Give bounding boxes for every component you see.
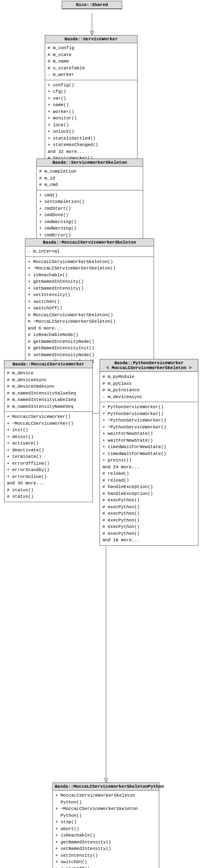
basda-mocca-lc-service-worker-title: Basda::MoccaLCServiceWorker [4,361,92,368]
basda-mocca-lc-service-worker-methods: + MoccaLCServiceWorker() + ~MoccaLCServi… [4,412,92,502]
basda-mocca-lc-service-worker-skeleton-python-box: Basda::MoccaLCServiceWorkerSkeletonPytho… [52,782,159,868]
svg-marker-1 [90,31,94,35]
basda-python-service-worker-box: Basda::PythonServiceWorker< MoccaLCServi… [100,359,198,546]
basda-mocca-lc-service-worker-skeleton-title: Basda::MoccaLCServiceWorkerSkeleton [25,239,154,246]
basda-python-service-worker-title: Basda::PythonServiceWorker< MoccaLCServi… [100,359,198,372]
nice-shared-box: Nice::Shared [62,1,122,9]
basda-service-worker-skeleton-attrs: # m_completion # m_id # m_cmd [37,167,143,190]
basda-python-service-worker-methods: + PythonServiceWorker() + PythonServiceW… [100,402,198,545]
basda-mocca-lc-service-worker-skeleton-attrs: - m_internal [25,246,154,257]
basda-service-worker-skeleton-title: Basda::ServiceWorkerSkeleton [37,159,143,167]
basda-service-worker-attrs: # m_config # m_state # m_name # s_stateT… [45,43,137,80]
basda-mocca-lc-service-worker-box: Basda::MoccaLCServiceWorker # m_device #… [4,360,93,502]
nice-shared-title: Nice::Shared [62,1,122,9]
basda-mocca-lc-service-worker-skeleton-python-title: Basda::MoccaLCServiceWorkerSkeletonPytho… [53,783,159,791]
basda-mocca-lc-service-worker-attrs: # m_device # m_deviceAsync # m_deviceCmd… [4,368,92,412]
basda-mocca-lc-service-worker-skeleton-python-methods: + MoccaLCServiceWorkerSkeleton Python() … [53,791,159,868]
basda-service-worker-title: Basda::ServiceWorker [45,35,137,43]
svg-marker-17 [104,778,108,782]
diagram-container: Nice::Shared Basda::ServiceWorker # m_co… [0,0,202,868]
basda-python-service-worker-attrs: # m_pyModule # m_pyClass # m_pyInstance … [100,372,198,402]
